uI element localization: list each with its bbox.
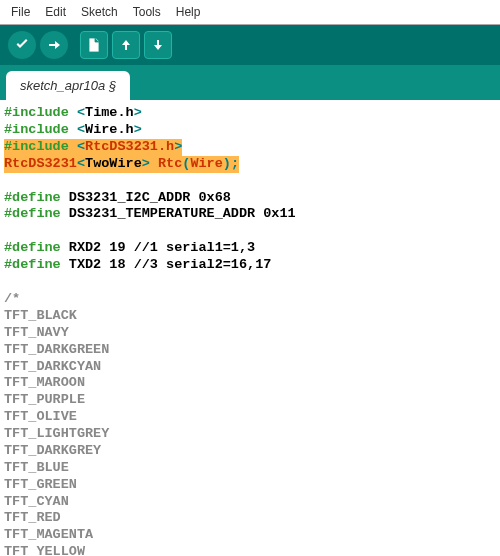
- code-line: TFT_MAROON: [4, 375, 496, 392]
- code-line: #define DS3231_I2C_ADDR 0x68: [4, 190, 496, 207]
- code-line: #define RXD2 19 //1 serial1=1,3: [4, 240, 496, 257]
- tab-strip: sketch_apr10a §: [0, 65, 500, 100]
- tab-sketch[interactable]: sketch_apr10a §: [6, 71, 130, 100]
- toolbar: [0, 25, 500, 65]
- arrow-up-icon: [119, 38, 133, 52]
- code-line: TFT_BLUE: [4, 460, 496, 477]
- code-line: #include <Wire.h>: [4, 122, 496, 139]
- code-line: /*: [4, 291, 496, 308]
- arrow-down-icon: [151, 38, 165, 52]
- new-sketch-button[interactable]: [80, 31, 108, 59]
- check-icon: [14, 37, 30, 53]
- code-line: TFT_RED: [4, 510, 496, 527]
- arrow-right-icon: [46, 37, 62, 53]
- save-sketch-button[interactable]: [144, 31, 172, 59]
- code-editor[interactable]: #include <Time.h> #include <Wire.h> #inc…: [0, 100, 500, 556]
- code-line: TFT_OLIVE: [4, 409, 496, 426]
- code-line: TFT_GREEN: [4, 477, 496, 494]
- code-line: TFT_YELLOW: [4, 544, 496, 556]
- code-line: TFT_DARKGREEN: [4, 342, 496, 359]
- code-line: #include <RtcDS3231.h>: [4, 139, 496, 156]
- code-line: TFT_NAVY: [4, 325, 496, 342]
- code-line: TFT_BLACK: [4, 308, 496, 325]
- menu-sketch[interactable]: Sketch: [75, 3, 124, 21]
- blank-line: [4, 173, 496, 190]
- code-line: TFT_LIGHTGREY: [4, 426, 496, 443]
- file-icon: [87, 37, 101, 53]
- code-line: TFT_DARKGREY: [4, 443, 496, 460]
- blank-line: [4, 223, 496, 240]
- code-line: TFT_DARKCYAN: [4, 359, 496, 376]
- code-line: TFT_PURPLE: [4, 392, 496, 409]
- menu-tools[interactable]: Tools: [127, 3, 167, 21]
- verify-button[interactable]: [8, 31, 36, 59]
- menubar: File Edit Sketch Tools Help: [0, 0, 500, 25]
- menu-edit[interactable]: Edit: [39, 3, 72, 21]
- upload-button[interactable]: [40, 31, 68, 59]
- blank-line: [4, 274, 496, 291]
- code-line: #define TXD2 18 //3 serial2=16,17: [4, 257, 496, 274]
- code-line: #define DS3231_TEMPERATURE_ADDR 0x11: [4, 206, 496, 223]
- menu-help[interactable]: Help: [170, 3, 207, 21]
- open-sketch-button[interactable]: [112, 31, 140, 59]
- menu-file[interactable]: File: [5, 3, 36, 21]
- code-line: RtcDS3231<TwoWire> Rtc(Wire);: [4, 156, 496, 173]
- code-line: TFT_CYAN: [4, 494, 496, 511]
- code-line: TFT_MAGENTA: [4, 527, 496, 544]
- code-line: #include <Time.h>: [4, 105, 496, 122]
